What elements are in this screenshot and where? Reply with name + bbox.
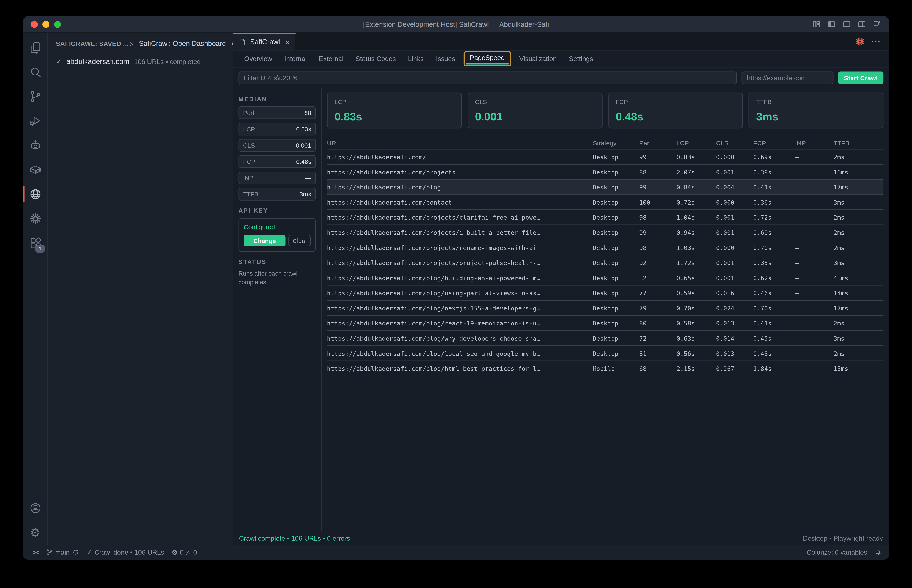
cell-ttfb: 17ms bbox=[833, 183, 883, 190]
panel-bottom-icon[interactable] bbox=[842, 20, 851, 29]
colorize-status[interactable]: Colorize: 0 variables bbox=[807, 549, 867, 556]
tab-label: SafiCrawl bbox=[250, 38, 280, 46]
api-key-box: Configured Change Clear bbox=[239, 218, 316, 252]
git-branch-item[interactable]: main bbox=[46, 549, 79, 556]
cell-inp: – bbox=[795, 168, 834, 175]
table-row[interactable]: https://abdulkadersafi.com/blog/local-se… bbox=[327, 346, 883, 361]
status-bar: >< main ✓ Crawl done • 106 URLs ⊗ 0 △ 0 bbox=[23, 545, 889, 559]
notifications-item[interactable] bbox=[875, 549, 882, 556]
extension-burst-icon[interactable] bbox=[855, 36, 865, 46]
cell-inp: – bbox=[795, 274, 834, 281]
table-row[interactable]: https://abdulkadersafi.com/projects/rena… bbox=[327, 240, 883, 255]
table-row[interactable]: https://abdulkadersafi.com/contact Deskt… bbox=[327, 195, 883, 210]
cell-strategy: Desktop bbox=[593, 320, 639, 326]
sidebar-right-icon[interactable] bbox=[857, 20, 866, 29]
cell-ttfb: 2ms bbox=[833, 244, 883, 251]
dashboard-tabs: OverviewInternalExternalStatus CodesLink… bbox=[233, 50, 889, 67]
cell-lcp: 0.72s bbox=[676, 199, 716, 205]
clear-key-button[interactable]: Clear bbox=[288, 235, 310, 247]
more-actions-icon[interactable]: ··· bbox=[871, 37, 881, 46]
cell-inp: – bbox=[795, 229, 834, 236]
activity-explorer[interactable] bbox=[23, 36, 47, 60]
crawl-url-input[interactable] bbox=[741, 72, 833, 84]
cell-perf: 98 bbox=[639, 214, 676, 221]
editor-tab-saficrawl[interactable]: SafiCrawl × bbox=[233, 32, 296, 50]
table-row[interactable]: https://abdulkadersafi.com/blog/why-deve… bbox=[327, 331, 883, 346]
cell-strategy: Desktop bbox=[593, 183, 639, 190]
activity-saficrawl-globe[interactable] bbox=[23, 182, 47, 207]
activity-burst[interactable] bbox=[23, 206, 47, 231]
activity-container[interactable] bbox=[23, 158, 47, 182]
crawl-done-text: Crawl done • 106 URLs bbox=[94, 549, 164, 556]
cell-lcp: 0.59s bbox=[676, 289, 716, 296]
column-header: CLS bbox=[716, 140, 753, 147]
nav-tab[interactable]: Internal bbox=[279, 53, 312, 65]
sidebar-left-icon[interactable] bbox=[827, 20, 836, 29]
cell-strategy: Desktop bbox=[593, 229, 639, 236]
activity-search[interactable] bbox=[23, 60, 47, 84]
table-row[interactable]: https://abdulkadersafi.com/projects/proj… bbox=[327, 255, 883, 270]
table-row[interactable]: https://abdulkadersafi.com/projects Desk… bbox=[327, 165, 883, 180]
nav-tab[interactable]: Settings bbox=[564, 53, 598, 65]
cell-ttfb: 2ms bbox=[833, 350, 883, 357]
main-row: 1 ⚙ SAFICRAWL: SAVED ... ▷ SafiCrawl: Op… bbox=[23, 32, 889, 545]
cell-inp: – bbox=[795, 183, 834, 190]
saved-site-item[interactable]: ✓ abdulkadersafi.com 106 URLs • complete… bbox=[48, 55, 233, 69]
table-row[interactable]: https://abdulkadersafi.com/blog/building… bbox=[327, 270, 883, 286]
activity-settings[interactable]: ⚙ bbox=[23, 520, 47, 545]
remote-indicator[interactable]: >< bbox=[32, 549, 38, 556]
cell-perf: 99 bbox=[639, 153, 676, 160]
open-dashboard-action[interactable]: SafiCrawl: Open Dashboard bbox=[139, 39, 226, 48]
close-tab-icon[interactable]: × bbox=[285, 37, 290, 46]
nav-tab[interactable]: Links bbox=[403, 53, 429, 65]
nav-tab[interactable]: Overview bbox=[239, 53, 277, 65]
cell-perf: 98 bbox=[639, 244, 676, 251]
cell-perf: 77 bbox=[639, 289, 676, 296]
median-stat: LCP 0.83s bbox=[239, 123, 316, 136]
problems-item[interactable]: ⊗ 0 △ 0 bbox=[171, 548, 197, 557]
filter-urls-input[interactable] bbox=[239, 72, 737, 84]
nav-tab[interactable]: External bbox=[314, 53, 349, 65]
cell-url: https://abdulkadersafi.com/ bbox=[327, 153, 593, 160]
column-header: Strategy bbox=[593, 140, 639, 147]
crawl-done-item[interactable]: ✓ Crawl done • 106 URLs bbox=[87, 548, 164, 557]
search-icon bbox=[29, 66, 42, 79]
activity-account[interactable] bbox=[23, 496, 47, 520]
layout-icon[interactable] bbox=[812, 20, 821, 29]
warnings-count: 0 bbox=[193, 549, 197, 556]
table-row[interactable]: https://abdulkadersafi.com/blog Desktop … bbox=[327, 180, 883, 195]
status-bar-right: Colorize: 0 variables bbox=[807, 549, 882, 556]
table-row[interactable]: https://abdulkadersafi.com/ Desktop 99 0… bbox=[327, 149, 883, 165]
minimize-window-button[interactable] bbox=[42, 21, 49, 27]
activity-source-control[interactable] bbox=[23, 84, 47, 109]
metric-card: FCP 0.48s bbox=[608, 92, 743, 129]
stat-label: TTFB bbox=[243, 191, 259, 198]
table-row[interactable]: https://abdulkadersafi.com/projects/i-bu… bbox=[327, 225, 883, 240]
sidebar: SAFICRAWL: SAVED ... ▷ SafiCrawl: Open D… bbox=[48, 32, 233, 545]
table-row[interactable]: https://abdulkadersafi.com/blog/using-pa… bbox=[327, 286, 883, 301]
zoom-window-button[interactable] bbox=[54, 21, 61, 27]
activity-run-debug[interactable] bbox=[23, 109, 47, 133]
close-window-button[interactable] bbox=[31, 21, 38, 27]
start-crawl-button[interactable]: Start Crawl bbox=[838, 72, 883, 84]
cell-fcp: 0.48s bbox=[753, 350, 795, 357]
nav-tab[interactable]: Status Codes bbox=[350, 53, 401, 65]
card-value: 3ms bbox=[756, 110, 876, 123]
activity-chat[interactable] bbox=[23, 133, 47, 158]
cell-url: https://abdulkadersafi.com/contact bbox=[327, 199, 593, 205]
change-key-button[interactable]: Change bbox=[244, 235, 285, 247]
cell-lcp: 1.03s bbox=[676, 244, 716, 251]
chat-sparkle-icon[interactable] bbox=[873, 20, 881, 29]
nav-tab[interactable]: Issues bbox=[431, 53, 461, 65]
table-row[interactable]: https://abdulkadersafi.com/blog/react-19… bbox=[327, 316, 883, 331]
nav-tab[interactable]: Visualization bbox=[514, 53, 562, 65]
activity-extensions[interactable]: 1 bbox=[23, 231, 47, 255]
run-icon[interactable]: ▷ bbox=[129, 40, 134, 47]
table-row[interactable]: https://abdulkadersafi.com/projects/clar… bbox=[327, 210, 883, 225]
cell-url: https://abdulkadersafi.com/blog/why-deve… bbox=[327, 334, 593, 341]
bell-icon bbox=[875, 549, 882, 556]
nav-tab[interactable]: PageSpeed bbox=[463, 51, 511, 66]
table-row[interactable]: https://abdulkadersafi.com/blog/nextjs-1… bbox=[327, 300, 883, 316]
activity-spacer bbox=[23, 255, 47, 496]
table-row[interactable]: https://abdulkadersafi.com/blog/html-bes… bbox=[327, 361, 883, 376]
